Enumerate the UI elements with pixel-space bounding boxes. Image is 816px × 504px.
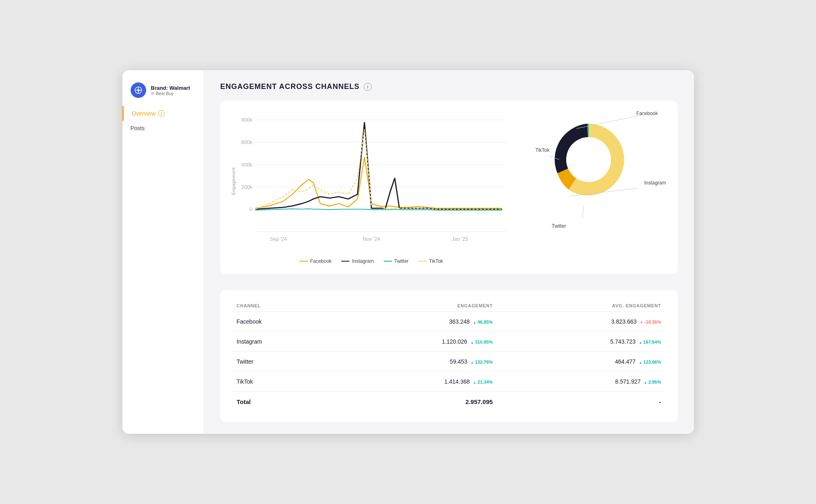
sidebar: Brand: Walmart ⊞ Best Buy Overview i Pos… [122, 70, 204, 434]
svg-text:Sep '24: Sep '24 [269, 236, 287, 242]
app-container: Brand: Walmart ⊞ Best Buy Overview i Pos… [122, 70, 694, 434]
sidebar-item-posts[interactable]: Posts [122, 121, 204, 135]
line-chart-container: Engagement 800k 600k 400k 200k [232, 111, 511, 252]
cell-total-label: Total [232, 392, 329, 412]
cell-engagement: 1.120.026 310.95% [329, 332, 498, 352]
svg-point-3 [137, 89, 139, 91]
brand-text: Brand: Walmart ⊞ Best Buy [151, 85, 190, 96]
donut-label-tiktok: TikTok [536, 147, 549, 153]
data-table: CHANNEL ENGAGEMENT AVG. ENGAGEMENT Faceb… [232, 300, 666, 412]
table-row: Instagram 1.120.026 310.95% 5.743.723 16… [232, 332, 666, 352]
overview-label: Overview [132, 110, 156, 117]
sidebar-item-overview[interactable]: Overview i [122, 106, 204, 121]
donut-label-twitter: Twitter [552, 223, 566, 229]
svg-text:200k: 200k [241, 184, 252, 190]
brand-section: Brand: Walmart ⊞ Best Buy [122, 78, 204, 106]
posts-label: Posts [131, 125, 145, 131]
table-body: Facebook 363.248 46.85% 3.823.663 -10.35… [232, 312, 666, 412]
legend-line-twitter [384, 261, 392, 262]
table-row: Facebook 363.248 46.85% 3.823.663 -10.35… [232, 312, 666, 332]
line-chart-svg: 800k 600k 400k 200k 0 Sep '24 Nov '24 Ja… [232, 111, 511, 250]
svg-line-22 [583, 205, 584, 219]
svg-text:0: 0 [249, 206, 252, 212]
donut-svg [544, 115, 634, 204]
cell-engagement: 59.453 132.76% [329, 352, 498, 372]
cell-engagement: 363.248 46.85% [329, 312, 498, 332]
svg-text:Nov '24: Nov '24 [362, 236, 380, 242]
brand-icon [131, 82, 146, 98]
table-row: Twitter 59.453 132.76% 464.477 123.66% [232, 352, 666, 372]
section-title: ENGAGEMENT ACROSS CHANNELS i [220, 82, 678, 91]
cell-avg-engagement: 3.823.663 -10.35% [498, 312, 666, 332]
cell-avg-engagement: 8.571.927 2.95% [498, 372, 666, 392]
table-header-row: CHANNEL ENGAGEMENT AVG. ENGAGEMENT [232, 300, 666, 312]
donut-wrap: Facebook TikTok Instagram Twitter [540, 111, 654, 225]
cell-total-engagement: 2.957.095 [329, 392, 498, 412]
cell-channel: Twitter [232, 352, 329, 372]
table-row: TikTok 1.414.368 21.34% 8.571.927 2.95% [232, 372, 666, 392]
table-head: CHANNEL ENGAGEMENT AVG. ENGAGEMENT [232, 300, 666, 312]
brand-sub: ⊞ Best Buy [151, 91, 190, 96]
svg-text:Jan '25: Jan '25 [451, 236, 468, 242]
section-info-icon: i [364, 83, 372, 91]
svg-text:800k: 800k [241, 117, 252, 123]
legend-item-tiktok: TikTok [418, 258, 443, 264]
chart-legend: Facebook Instagram Twitter TikTok [232, 258, 511, 264]
brand-name: Brand: Walmart [151, 85, 190, 91]
cell-avg-engagement: 5.743.723 167.64% [498, 332, 666, 352]
legend-line-instagram [341, 261, 349, 262]
donut-chart-area: Facebook TikTok Instagram Twitter [527, 111, 666, 225]
col-engagement: ENGAGEMENT [329, 300, 498, 312]
cell-channel: Instagram [232, 332, 329, 352]
charts-row: Engagement 800k 600k 400k 200k [220, 101, 678, 274]
legend-item-facebook: Facebook [300, 258, 332, 264]
brand-sub-icon: ⊞ [151, 91, 154, 95]
table-row-total: Total 2.957.095 - [232, 392, 666, 412]
line-chart-area: Engagement 800k 600k 400k 200k [232, 111, 511, 264]
legend-line-tiktok [418, 261, 427, 262]
svg-text:600k: 600k [241, 140, 252, 145]
col-channel: CHANNEL [232, 300, 329, 312]
cell-total-avg: - [498, 392, 666, 412]
cell-engagement: 1.414.368 21.34% [329, 372, 498, 392]
main-content: ENGAGEMENT ACROSS CHANNELS i Engagement [204, 70, 694, 434]
legend-item-instagram: Instagram [341, 258, 374, 264]
chart-y-label: Engagement [231, 167, 236, 195]
cell-channel: TikTok [232, 372, 329, 392]
overview-info-icon: i [158, 110, 165, 117]
svg-point-18 [566, 137, 611, 182]
cell-channel: Facebook [232, 312, 329, 332]
donut-label-instagram: Instagram [644, 180, 666, 186]
svg-text:400k: 400k [241, 162, 252, 168]
col-avg-engagement: AVG. ENGAGEMENT [498, 300, 666, 312]
donut-label-facebook: Facebook [636, 111, 658, 116]
legend-item-twitter: Twitter [384, 258, 409, 264]
sidebar-nav: Overview i Posts [122, 106, 204, 135]
legend-line-facebook [300, 261, 308, 262]
cell-avg-engagement: 464.477 123.66% [498, 352, 666, 372]
data-table-section: CHANNEL ENGAGEMENT AVG. ENGAGEMENT Faceb… [220, 290, 678, 422]
